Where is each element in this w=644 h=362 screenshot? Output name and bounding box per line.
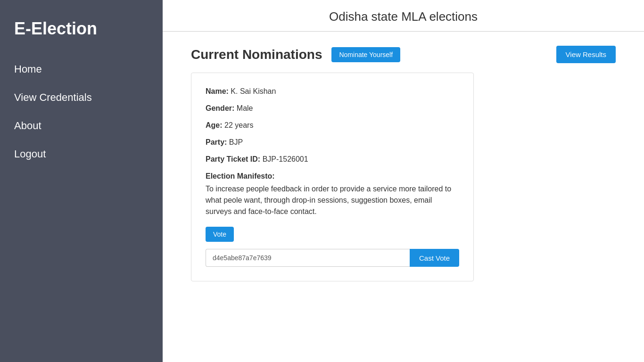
candidate-manifesto-label: Election Manifesto: bbox=[206, 172, 275, 180]
vote-input-row: Cast Vote bbox=[206, 249, 459, 267]
sidebar: E-Election Home View Credentials About L… bbox=[0, 0, 163, 362]
candidate-age-label: Age: bbox=[206, 121, 223, 129]
candidate-party-value: BJP bbox=[229, 138, 243, 146]
vote-token-input[interactable] bbox=[206, 249, 410, 267]
candidate-age-value: 22 years bbox=[224, 121, 253, 129]
nominate-yourself-button[interactable]: Nominate Yourself bbox=[331, 47, 400, 62]
sidebar-item-home[interactable]: Home bbox=[0, 58, 163, 81]
nomination-card: Name: K. Sai Kishan Gender: Male Age: 22… bbox=[191, 73, 474, 281]
page-title-bar: Odisha state MLA elections bbox=[163, 0, 644, 32]
candidate-name-field: Name: K. Sai Kishan bbox=[206, 87, 459, 96]
candidate-gender-value: Male bbox=[237, 104, 253, 112]
sidebar-item-logout[interactable]: Logout bbox=[0, 142, 163, 166]
sidebar-item-view-credentials[interactable]: View Credentials bbox=[0, 86, 163, 109]
candidate-name-value: K. Sai Kishan bbox=[231, 87, 276, 95]
sidebar-item-about[interactable]: About bbox=[0, 114, 163, 138]
candidate-gender-field: Gender: Male bbox=[206, 104, 459, 113]
candidate-name-label: Name: bbox=[206, 87, 229, 95]
candidate-ticket-value: BJP-1526001 bbox=[263, 155, 308, 163]
content-area: Current Nominations Nominate Yourself Vi… bbox=[163, 32, 644, 362]
view-results-button[interactable]: View Results bbox=[556, 46, 616, 63]
candidate-party-label: Party: bbox=[206, 138, 227, 146]
candidate-gender-label: Gender: bbox=[206, 104, 234, 112]
vote-section: Vote Cast Vote bbox=[206, 227, 459, 267]
app-logo: E-Election bbox=[0, 14, 163, 58]
candidate-ticket-field: Party Ticket ID: BJP-1526001 bbox=[206, 155, 459, 164]
candidate-manifesto-text: To increase people feedback in order to … bbox=[206, 183, 459, 217]
candidate-party-field: Party: BJP bbox=[206, 138, 459, 147]
cast-vote-button[interactable]: Cast Vote bbox=[410, 249, 459, 267]
candidate-age-field: Age: 22 years bbox=[206, 121, 459, 130]
candidate-ticket-label: Party Ticket ID: bbox=[206, 155, 260, 163]
sidebar-nav: Home View Credentials About Logout bbox=[0, 58, 163, 166]
candidate-manifesto-field: Election Manifesto: To increase people f… bbox=[206, 172, 459, 217]
page-title: Odisha state MLA elections bbox=[329, 9, 478, 24]
vote-button[interactable]: Vote bbox=[206, 227, 234, 242]
main-content: Odisha state MLA elections Current Nomin… bbox=[163, 0, 644, 362]
nominations-section-title: Current Nominations bbox=[191, 47, 322, 62]
